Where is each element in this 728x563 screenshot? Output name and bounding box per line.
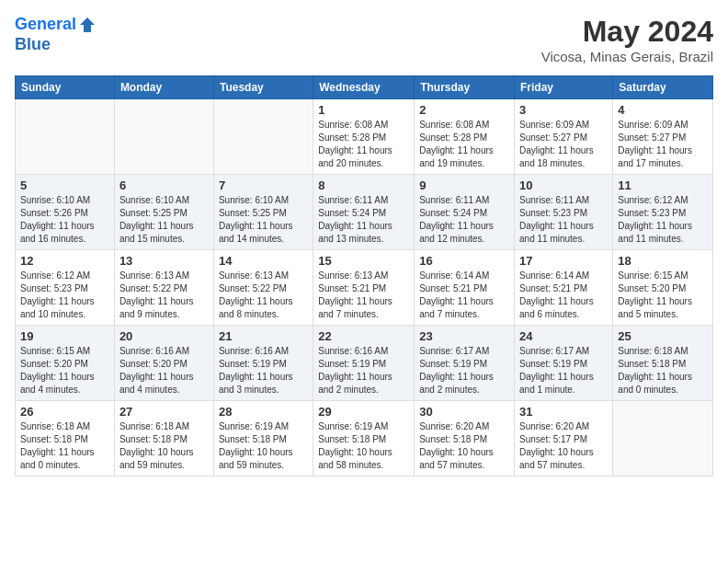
calendar-day-cell: 29Sunrise: 6:19 AM Sunset: 5:18 PM Dayli… — [313, 401, 415, 477]
day-info: Sunrise: 6:16 AM Sunset: 5:19 PM Dayligh… — [318, 345, 409, 396]
day-info: Sunrise: 6:11 AM Sunset: 5:23 PM Dayligh… — [519, 194, 608, 246]
day-number: 23 — [419, 329, 509, 343]
day-info: Sunrise: 6:09 AM Sunset: 5:27 PM Dayligh… — [618, 119, 708, 170]
weekday-header: Thursday — [415, 76, 515, 99]
day-info: Sunrise: 6:15 AM Sunset: 5:20 PM Dayligh… — [618, 270, 708, 321]
day-info: Sunrise: 6:18 AM Sunset: 5:18 PM Dayligh… — [119, 420, 209, 472]
calendar-day-cell: 9Sunrise: 6:11 AM Sunset: 5:24 PM Daylig… — [415, 175, 515, 250]
weekday-header: Tuesday — [213, 76, 313, 99]
page-header: General Blue May 2024 Vicosa, Minas Gera… — [15, 15, 713, 64]
day-info: Sunrise: 6:20 AM Sunset: 5:18 PM Dayligh… — [419, 420, 509, 472]
calendar-day-cell: 13Sunrise: 6:13 AM Sunset: 5:22 PM Dayli… — [114, 250, 213, 326]
day-info: Sunrise: 6:16 AM Sunset: 5:20 PM Dayligh… — [119, 345, 209, 396]
day-info: Sunrise: 6:08 AM Sunset: 5:28 PM Dayligh… — [419, 119, 509, 170]
day-number: 12 — [20, 254, 109, 268]
calendar-header-row: SundayMondayTuesdayWednesdayThursdayFrid… — [16, 76, 713, 99]
day-number: 22 — [318, 329, 409, 343]
day-info: Sunrise: 6:18 AM Sunset: 5:18 PM Dayligh… — [618, 345, 708, 396]
logo-blue-text: Blue — [15, 35, 97, 55]
day-info: Sunrise: 6:19 AM Sunset: 5:18 PM Dayligh… — [318, 420, 409, 472]
calendar-day-cell: 1Sunrise: 6:08 AM Sunset: 5:28 PM Daylig… — [313, 99, 415, 175]
day-number: 30 — [419, 405, 509, 419]
calendar-day-cell: 19Sunrise: 6:15 AM Sunset: 5:20 PM Dayli… — [16, 326, 115, 401]
day-number: 2 — [419, 103, 509, 117]
calendar-day-cell — [613, 401, 713, 477]
calendar-week-row: 1Sunrise: 6:08 AM Sunset: 5:28 PM Daylig… — [16, 99, 713, 175]
day-number: 10 — [519, 178, 608, 192]
day-info: Sunrise: 6:14 AM Sunset: 5:21 PM Dayligh… — [519, 270, 608, 321]
day-number: 1 — [318, 103, 409, 117]
day-info: Sunrise: 6:08 AM Sunset: 5:28 PM Dayligh… — [318, 119, 409, 170]
day-number: 14 — [219, 254, 308, 268]
calendar-day-cell: 23Sunrise: 6:17 AM Sunset: 5:19 PM Dayli… — [415, 326, 515, 401]
day-number: 27 — [119, 405, 209, 419]
month-title: May 2024 — [541, 15, 713, 49]
calendar-day-cell: 27Sunrise: 6:18 AM Sunset: 5:18 PM Dayli… — [114, 401, 213, 477]
day-info: Sunrise: 6:12 AM Sunset: 5:23 PM Dayligh… — [20, 270, 109, 321]
weekday-header: Monday — [114, 76, 213, 99]
calendar-day-cell: 25Sunrise: 6:18 AM Sunset: 5:18 PM Dayli… — [613, 326, 713, 401]
day-number: 17 — [519, 254, 608, 268]
day-number: 7 — [219, 178, 308, 192]
day-number: 9 — [419, 178, 509, 192]
day-number: 29 — [318, 405, 409, 419]
day-number: 16 — [419, 254, 509, 268]
calendar-day-cell: 15Sunrise: 6:13 AM Sunset: 5:21 PM Dayli… — [313, 250, 415, 326]
calendar-day-cell: 28Sunrise: 6:19 AM Sunset: 5:18 PM Dayli… — [213, 401, 313, 477]
title-block: May 2024 Vicosa, Minas Gerais, Brazil — [541, 15, 713, 64]
weekday-header: Saturday — [613, 76, 713, 99]
calendar-day-cell: 3Sunrise: 6:09 AM Sunset: 5:27 PM Daylig… — [515, 99, 613, 175]
weekday-header: Sunday — [16, 76, 115, 99]
day-info: Sunrise: 6:14 AM Sunset: 5:21 PM Dayligh… — [419, 270, 509, 321]
day-number: 8 — [318, 178, 409, 192]
day-number: 31 — [519, 405, 608, 419]
calendar-day-cell: 30Sunrise: 6:20 AM Sunset: 5:18 PM Dayli… — [415, 401, 515, 477]
calendar-day-cell: 31Sunrise: 6:20 AM Sunset: 5:17 PM Dayli… — [515, 401, 613, 477]
calendar-day-cell: 10Sunrise: 6:11 AM Sunset: 5:23 PM Dayli… — [515, 175, 613, 250]
calendar-week-row: 12Sunrise: 6:12 AM Sunset: 5:23 PM Dayli… — [16, 250, 713, 326]
day-number: 25 — [618, 329, 708, 343]
calendar-day-cell: 20Sunrise: 6:16 AM Sunset: 5:20 PM Dayli… — [114, 326, 213, 401]
logo: General Blue — [15, 15, 97, 54]
day-info: Sunrise: 6:17 AM Sunset: 5:19 PM Dayligh… — [519, 345, 608, 396]
day-info: Sunrise: 6:15 AM Sunset: 5:20 PM Dayligh… — [20, 345, 109, 396]
calendar-day-cell: 22Sunrise: 6:16 AM Sunset: 5:19 PM Dayli… — [313, 326, 415, 401]
calendar-day-cell: 8Sunrise: 6:11 AM Sunset: 5:24 PM Daylig… — [313, 175, 415, 250]
calendar-day-cell: 24Sunrise: 6:17 AM Sunset: 5:19 PM Dayli… — [515, 326, 613, 401]
calendar-day-cell: 5Sunrise: 6:10 AM Sunset: 5:26 PM Daylig… — [16, 175, 115, 250]
logo-text: General — [15, 15, 76, 35]
svg-marker-0 — [80, 17, 95, 32]
calendar-day-cell: 16Sunrise: 6:14 AM Sunset: 5:21 PM Dayli… — [415, 250, 515, 326]
day-info: Sunrise: 6:12 AM Sunset: 5:23 PM Dayligh… — [618, 194, 708, 246]
day-info: Sunrise: 6:13 AM Sunset: 5:22 PM Dayligh… — [219, 270, 308, 321]
day-info: Sunrise: 6:17 AM Sunset: 5:19 PM Dayligh… — [419, 345, 509, 396]
calendar-day-cell: 11Sunrise: 6:12 AM Sunset: 5:23 PM Dayli… — [613, 175, 713, 250]
day-number: 15 — [318, 254, 409, 268]
day-info: Sunrise: 6:18 AM Sunset: 5:18 PM Dayligh… — [20, 420, 109, 472]
calendar-day-cell: 6Sunrise: 6:10 AM Sunset: 5:25 PM Daylig… — [114, 175, 213, 250]
day-number: 13 — [119, 254, 209, 268]
calendar-day-cell — [114, 99, 213, 175]
calendar-week-row: 19Sunrise: 6:15 AM Sunset: 5:20 PM Dayli… — [16, 326, 713, 401]
calendar-day-cell: 18Sunrise: 6:15 AM Sunset: 5:20 PM Dayli… — [613, 250, 713, 326]
weekday-header: Friday — [515, 76, 613, 99]
day-number: 19 — [20, 329, 109, 343]
calendar-day-cell — [213, 99, 313, 175]
day-number: 11 — [618, 178, 708, 192]
day-info: Sunrise: 6:20 AM Sunset: 5:17 PM Dayligh… — [519, 420, 608, 472]
day-number: 5 — [20, 178, 109, 192]
calendar-week-row: 5Sunrise: 6:10 AM Sunset: 5:26 PM Daylig… — [16, 175, 713, 250]
calendar-day-cell: 7Sunrise: 6:10 AM Sunset: 5:25 PM Daylig… — [213, 175, 313, 250]
day-info: Sunrise: 6:10 AM Sunset: 5:26 PM Dayligh… — [20, 194, 109, 246]
day-number: 21 — [219, 329, 308, 343]
location-title: Vicosa, Minas Gerais, Brazil — [541, 49, 713, 64]
calendar-day-cell: 2Sunrise: 6:08 AM Sunset: 5:28 PM Daylig… — [415, 99, 515, 175]
day-info: Sunrise: 6:16 AM Sunset: 5:19 PM Dayligh… — [219, 345, 308, 396]
day-number: 3 — [519, 103, 608, 117]
calendar-day-cell: 12Sunrise: 6:12 AM Sunset: 5:23 PM Dayli… — [16, 250, 115, 326]
day-number: 18 — [618, 254, 708, 268]
day-info: Sunrise: 6:10 AM Sunset: 5:25 PM Dayligh… — [219, 194, 308, 246]
day-info: Sunrise: 6:13 AM Sunset: 5:21 PM Dayligh… — [318, 270, 409, 321]
day-info: Sunrise: 6:11 AM Sunset: 5:24 PM Dayligh… — [318, 194, 409, 246]
calendar-day-cell: 26Sunrise: 6:18 AM Sunset: 5:18 PM Dayli… — [16, 401, 115, 477]
